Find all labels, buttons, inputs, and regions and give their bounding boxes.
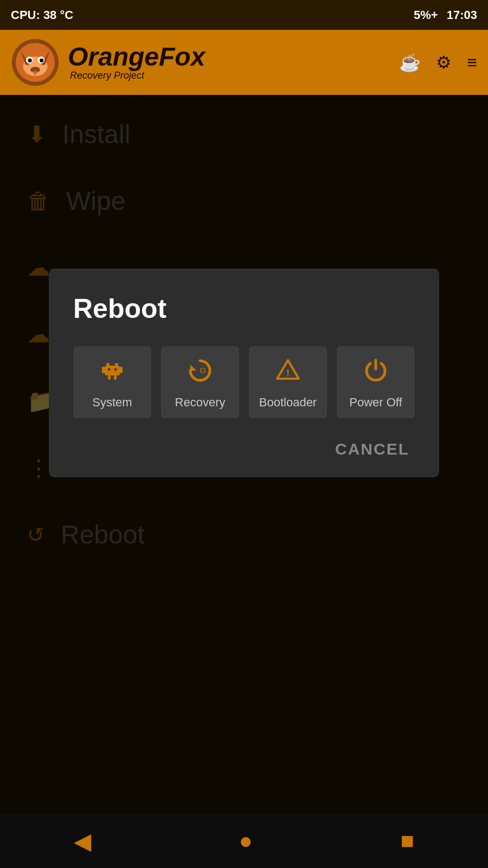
brand-sub: Recovery Project (70, 70, 205, 81)
gear-icon[interactable]: ⚙ (436, 52, 452, 73)
dialog-buttons: System Recovery (73, 346, 415, 418)
time-label: 17:03 (447, 8, 477, 22)
nav-bar: ◀ ● ■ (0, 814, 488, 868)
logo-text: OrangeFox Recovery Project (68, 44, 205, 81)
reboot-bootloader-button[interactable]: ! Bootloader (249, 346, 327, 418)
svg-rect-13 (105, 366, 120, 375)
bootloader-icon: ! (275, 358, 300, 389)
cpu-temp-label: CPU: 38 °C (11, 8, 73, 22)
dialog-overlay: Reboot (0, 95, 488, 822)
battery-label: 5%+ (414, 8, 438, 22)
svg-point-19 (114, 368, 117, 371)
home-button[interactable]: ● (239, 828, 253, 854)
bootloader-label: Bootloader (259, 395, 317, 410)
reboot-system-button[interactable]: System (73, 346, 151, 418)
fox-logo-icon (11, 38, 60, 87)
app-header: OrangeFox Recovery Project ☕ ⚙ ≡ (0, 30, 488, 95)
svg-rect-17 (114, 375, 117, 380)
recovery-icon (188, 358, 213, 389)
status-bar: CPU: 38 °C 5%+ 17:03 (0, 0, 488, 30)
back-button[interactable]: ◀ (74, 828, 91, 854)
dialog-title: Reboot (73, 293, 415, 324)
reboot-dialog: Reboot (49, 269, 439, 477)
recovery-label: Recovery (175, 395, 226, 410)
logo-area: OrangeFox Recovery Project (11, 38, 205, 87)
back-icon: ◀ (74, 828, 91, 854)
system-label: System (92, 395, 132, 410)
svg-rect-16 (108, 375, 111, 380)
reboot-recovery-button[interactable]: Recovery (161, 346, 239, 418)
svg-rect-14 (102, 367, 105, 373)
svg-point-7 (28, 59, 32, 62)
svg-rect-15 (120, 367, 123, 373)
svg-point-8 (40, 59, 43, 62)
reboot-poweroff-button[interactable]: Power Off (337, 346, 415, 418)
recent-icon: ■ (400, 828, 414, 853)
menu-icon[interactable]: ≡ (467, 53, 477, 73)
svg-point-18 (108, 368, 111, 371)
brand-name: OrangeFox (68, 44, 205, 70)
svg-marker-20 (190, 365, 196, 371)
cancel-area: CANCEL (73, 440, 415, 458)
coffee-icon[interactable]: ☕ (399, 52, 421, 73)
status-right-area: 5%+ 17:03 (414, 8, 477, 22)
poweroff-icon (363, 358, 388, 389)
home-icon: ● (239, 828, 253, 853)
poweroff-label: Power Off (349, 395, 402, 410)
recent-button[interactable]: ■ (400, 828, 414, 854)
system-icon (100, 358, 125, 389)
header-icons: ☕ ⚙ ≡ (399, 52, 477, 73)
svg-text:!: ! (286, 368, 290, 379)
cancel-button[interactable]: CANCEL (335, 440, 409, 458)
